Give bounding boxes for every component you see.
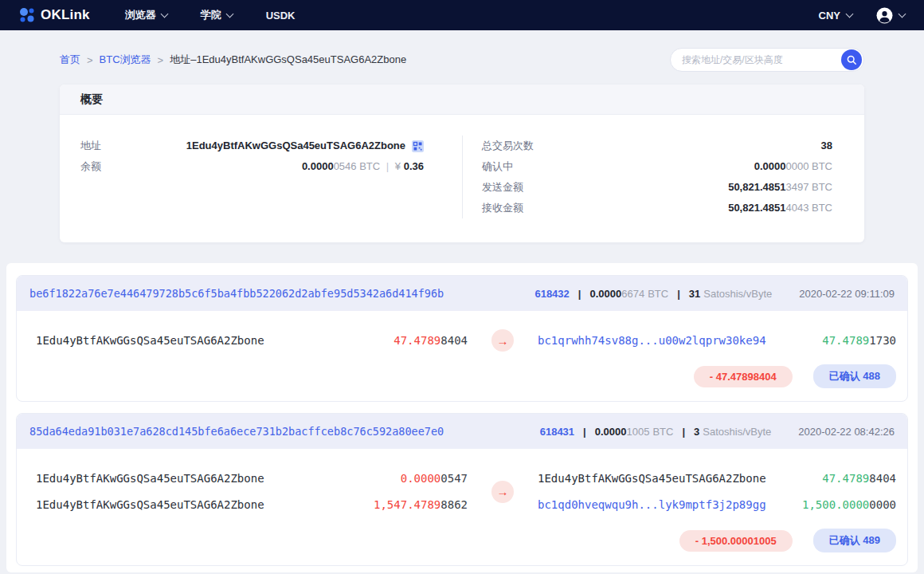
search-input[interactable] [682,54,841,65]
confirmations-badge: 已确认 488 [813,364,896,388]
amount-value: 47.47898404 [393,328,468,352]
block-height-link[interactable]: 618432 [534,288,569,300]
fee-rate: 3Satoshis/vByte [694,426,771,438]
arrow-wrap: → [468,466,538,517]
tx-count-value: 38 [821,136,832,156]
amount-value: 47.47898404 [822,466,896,490]
currency-selector[interactable]: CNY [819,10,852,22]
summary-card: 概要 地址 1Edu4yBtfAKwGGsQSa45euTSAG6A2Zbone [60,85,864,242]
io-line: 1Edu4yBtfAKwGGsQSa45euTSAG6A2Zbone 47.47… [538,466,896,490]
breadcrumb-explorer-link[interactable]: BTC浏览器 [100,53,151,67]
qr-code-icon[interactable] [412,140,424,152]
summary-left-column: 地址 1Edu4yBtfAKwGGsQSa45euTSAG6A2Zbone [60,136,462,218]
search-icon [846,54,857,65]
inputs-column: 1Edu4yBtfAKwGGsQSa45euTSAG6A2Zbone 47.47… [36,328,468,352]
arrow-right-icon: → [491,329,514,352]
badge-row: - 1,500.00001005 已确认 489 [36,529,896,552]
separator: | [668,288,689,300]
oklink-logo[interactable]: OKLink [19,7,90,23]
oklink-logo-icon [19,7,35,23]
amount-value: 0.00000547 [401,466,468,490]
received-label: 接收金额 [482,198,523,218]
nav-item-academy[interactable]: 学院 [201,8,233,22]
amount-value: 1,500.00000000 [802,493,896,517]
address-text: 1Edu4yBtfAKwGGsQSa45euTSAG6A2Zbone [36,328,264,352]
balance-value: 0.00000546 BTC | ¥ 0.36 [302,156,424,177]
confirming-row: 确认中 0.00000000 BTC [482,156,832,177]
transaction-hash-link[interactable]: be6f1822a76e7e446479728b5c6f5ba4fbb52206… [29,287,534,300]
chevron-down-icon [160,10,168,18]
chevron-down-icon [225,10,233,18]
tx-count-label: 总交易次数 [482,136,534,156]
breadcrumb-separator: > [158,54,164,66]
account-menu[interactable] [876,7,905,24]
sent-row: 发送金额 50,821.48513497 BTC [482,177,832,198]
address-row: 地址 1Edu4yBtfAKwGGsQSa45euTSAG6A2Zbone [80,136,424,156]
chevron-down-icon [846,10,854,18]
net-change-badge: - 1,500.00001005 [679,530,793,552]
transaction-body: 1Edu4yBtfAKwGGsQSa45euTSAG6A2Zbone 47.47… [17,311,907,401]
arrow-right-icon: → [491,481,514,503]
inputs-column: 1Edu4yBtfAKwGGsQSa45euTSAG6A2Zbone 0.000… [36,466,468,517]
transaction-meta: 618432 | 0.00006674BTC | 31Satoshis/vByt… [534,288,772,300]
transactions-section: be6f1822a76e7e446479728b5c6f5ba4fbb52206… [6,263,918,572]
separator: | [574,426,595,438]
logo-text: OKLink [41,7,90,23]
address-link[interactable]: bc1qrwhh74sv88g...u00w2lqprw30ke94 [538,328,766,352]
transaction-timestamp: 2020-02-22 08:42:26 [798,426,895,438]
sent-value: 50,821.48513497 BTC [728,177,832,198]
separator: | [570,288,590,300]
badge-row: - 47.47898404 已确认 488 [36,364,896,388]
transaction-header: be6f1822a76e7e446479728b5c6f5ba4fbb52206… [17,276,907,311]
address-text: 1Edu4yBtfAKwGGsQSa45euTSAG6A2Zbone [36,466,264,490]
address-value: 1Edu4yBtfAKwGGsQSa45euTSAG6A2Zbone [186,136,405,156]
transaction-fee: 0.00006674BTC [589,288,668,300]
transaction-card: be6f1822a76e7e446479728b5c6f5ba4fbb52206… [16,275,908,402]
search-button[interactable] [841,49,862,70]
received-row: 接收金额 50,821.48514043 BTC [482,198,832,218]
inputs-outputs: 1Edu4yBtfAKwGGsQSa45euTSAG6A2Zbone 47.47… [36,328,896,352]
transaction-hash-link[interactable]: 85da64eda91b031e7a628cd145bfe6a6ece731b2… [29,425,540,438]
navbar-right: CNY [819,7,905,24]
transaction-header: 85da64eda91b031e7a628cd145bfe6a6ece731b2… [17,414,907,449]
inputs-outputs: 1Edu4yBtfAKwGGsQSa45euTSAG6A2Zbone 0.000… [36,466,896,517]
transaction-fee: 0.00001005BTC [595,426,674,438]
io-line: bc1qrwhh74sv88g...u00w2lqprw30ke94 47.47… [538,328,896,352]
transaction-meta: 618431 | 0.00001005BTC | 3Satoshis/vByte [540,426,772,438]
main-nav: 浏览器 学院 USDK [125,8,296,22]
summary-body: 地址 1Edu4yBtfAKwGGsQSa45euTSAG6A2Zbone [60,115,864,242]
confirmations-badge: 已确认 489 [813,529,896,552]
sent-label: 发送金额 [482,177,523,198]
top-navbar: OKLink 浏览器 学院 USDK CNY [0,0,924,30]
address-label: 地址 [80,136,101,156]
amount-value: 47.47891730 [822,328,896,352]
nav-item-usdk[interactable]: USDK [266,10,296,22]
nav-item-label: USDK [266,10,296,22]
io-line: 1Edu4yBtfAKwGGsQSa45euTSAG6A2Zbone 0.000… [36,466,468,490]
outputs-column: bc1qrwhh74sv88g...u00w2lqprw30ke94 47.47… [538,328,896,352]
fee-rate: 31Satoshis/vByte [689,288,772,300]
chevron-down-icon [899,10,906,18]
block-height-link[interactable]: 618431 [540,426,574,438]
io-line: 1Edu4yBtfAKwGGsQSa45euTSAG6A2Zbone 47.47… [36,328,468,352]
balance-label: 余额 [80,156,101,177]
arrow-wrap: → [468,328,538,352]
transaction-card: 85da64eda91b031e7a628cd145bfe6a6ece731b2… [16,413,908,566]
transaction-body: 1Edu4yBtfAKwGGsQSa45euTSAG6A2Zbone 0.000… [17,449,907,565]
breadcrumb: 首页 > BTC浏览器 > 地址–1Edu4yBtfAKwGGsQSa45euT… [60,53,406,67]
address-link[interactable]: bc1qd0hveqwqu9h...lyk9mptf3j2p89gg [538,493,766,517]
summary-right-column: 总交易次数 38 确认中 0.00000000 BTC 发送金额 50,821.… [463,136,864,218]
confirming-value: 0.00000000 BTC [754,156,832,177]
net-change-badge: - 47.47898404 [694,366,793,387]
search-box [670,48,864,72]
breadcrumb-home-link[interactable]: 首页 [60,53,80,67]
breadcrumb-row: 首页 > BTC浏览器 > 地址–1Edu4yBtfAKwGGsQSa45euT… [60,30,864,72]
received-value: 50,821.48514043 BTC [728,198,832,218]
outputs-column: 1Edu4yBtfAKwGGsQSa45euTSAG6A2Zbone 47.47… [538,466,896,517]
io-line: 1Edu4yBtfAKwGGsQSa45euTSAG6A2Zbone 1,547… [36,493,468,517]
nav-item-label: 浏览器 [125,8,156,22]
amount-value: 1,547.47898862 [374,493,468,517]
nav-item-explorer[interactable]: 浏览器 [125,8,167,22]
confirming-label: 确认中 [482,156,513,177]
summary-title: 概要 [60,85,864,115]
